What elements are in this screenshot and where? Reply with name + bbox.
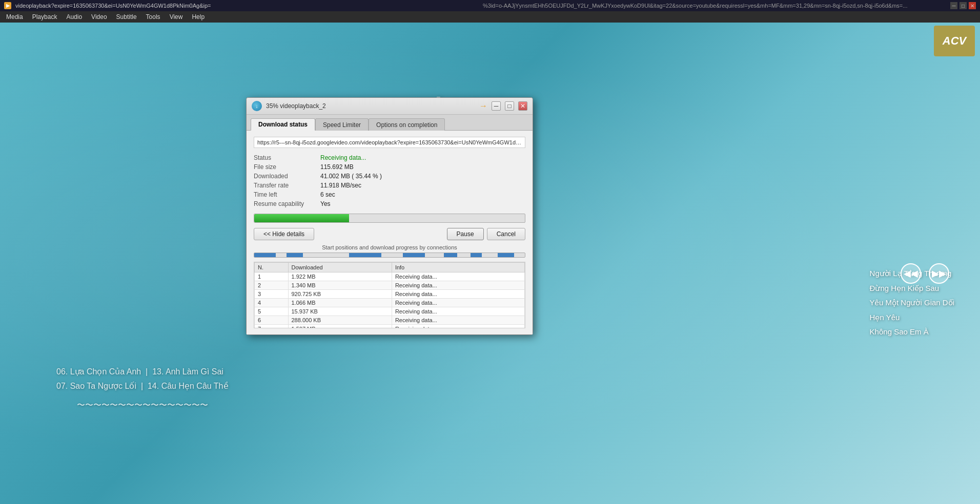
waveform-indicator: 〜〜〜〜〜〜〜〜〜〜〜〜〜〜〜〜 bbox=[56, 398, 229, 412]
download-table-scroll[interactable]: N. Downloaded Info 11.922 MBReceiving da… bbox=[254, 262, 525, 328]
table-row: 3920.725 KBReceiving data... bbox=[255, 290, 525, 299]
table-cell-downloaded-0: 1.922 MB bbox=[288, 272, 392, 281]
maximize-button[interactable]: □ bbox=[959, 2, 967, 9]
dialog-icon: ↓ bbox=[252, 101, 262, 111]
menu-audio[interactable]: Audio bbox=[62, 12, 86, 22]
table-cell-n-6: 7 bbox=[255, 325, 289, 329]
resume-value: Yes bbox=[320, 200, 331, 207]
url-bar: https://r5---sn-8qj-i5ozd.googlevideo.co… bbox=[254, 137, 525, 148]
menu-view[interactable]: View bbox=[166, 12, 187, 22]
table-cell-info-3: Receiving data... bbox=[392, 299, 524, 307]
title-bar-text-right: %3id=o-AAJjYynsmtEHh5OEUJFDd_Y2Lr_MwKJYx… bbox=[483, 3, 946, 9]
menu-media[interactable]: Media bbox=[2, 12, 27, 22]
dialog-minimize-button[interactable]: ─ bbox=[492, 101, 501, 111]
table-cell-info-5: Receiving data... bbox=[392, 316, 524, 325]
conn-seg-4 bbox=[403, 253, 424, 257]
progress-arrow-icon: → bbox=[479, 101, 487, 111]
conn-seg-3 bbox=[349, 253, 381, 257]
table-row: 11.922 MBReceiving data... bbox=[255, 272, 525, 281]
conn-seg-6 bbox=[471, 253, 481, 257]
download-dialog: ↓ 35% videoplayback_2 → ─ □ ✕ Download s… bbox=[246, 97, 533, 335]
menu-tools[interactable]: Tools bbox=[142, 12, 165, 22]
song-list-bottom: 06. Lựa Chọn Của Anh | 13. Anh Làm Gì Sa… bbox=[56, 365, 229, 412]
conn-seg-2 bbox=[287, 253, 303, 257]
right-song-3: Yêu Một Người Gian Dối bbox=[870, 296, 954, 310]
connections-bar bbox=[254, 253, 525, 258]
conn-seg-5 bbox=[444, 253, 457, 257]
dialog-titlebar: ↓ 35% videoplayback_2 → ─ □ ✕ bbox=[247, 98, 533, 115]
download-table: N. Downloaded Info 11.922 MBReceiving da… bbox=[254, 262, 525, 328]
hide-details-button[interactable]: << Hide details bbox=[254, 228, 314, 240]
table-cell-info-2: Receiving data... bbox=[392, 290, 524, 299]
conn-seg-1 bbox=[254, 253, 276, 257]
table-row: 71.507 MBReceiving data... bbox=[255, 325, 525, 329]
info-table: Status Receiving data... File size 115.6… bbox=[254, 153, 525, 208]
table-row: 6288.000 KBReceiving data... bbox=[255, 316, 525, 325]
table-row: 21.340 MBReceiving data... bbox=[255, 281, 525, 290]
dialog-title: 35% videoplayback_2 bbox=[266, 102, 475, 110]
progress-bar-container bbox=[254, 214, 525, 223]
menu-playback[interactable]: Playback bbox=[28, 12, 62, 22]
downloaded-label: Downloaded bbox=[254, 173, 320, 180]
cancel-button[interactable]: Cancel bbox=[487, 228, 525, 240]
conn-seg-7 bbox=[498, 253, 514, 257]
right-song-4: Hẹn Yêu bbox=[870, 310, 954, 325]
table-cell-info-6: Receiving data... bbox=[392, 325, 524, 329]
table-cell-info-0: Receiving data... bbox=[392, 272, 524, 281]
table-cell-info-1: Receiving data... bbox=[392, 281, 524, 290]
play-prev-button[interactable]: ◀◀ bbox=[901, 263, 921, 284]
progress-bar-fill bbox=[254, 214, 349, 222]
timeleft-label: Time left bbox=[254, 191, 320, 198]
pause-button[interactable]: Pause bbox=[447, 228, 484, 240]
dialog-actions: << Hide details Pause Cancel bbox=[254, 228, 525, 240]
close-button[interactable]: ✕ bbox=[969, 2, 976, 9]
timeleft-value: 6 sec bbox=[320, 191, 335, 198]
tab-download-status[interactable]: Download status bbox=[251, 118, 315, 131]
resume-label: Resume capability bbox=[254, 200, 320, 207]
downloaded-row: Downloaded 41.002 MB ( 35.44 % ) bbox=[254, 172, 525, 181]
tab-speed-limiter[interactable]: Speed Limiter bbox=[315, 118, 369, 131]
right-buttons: Pause Cancel bbox=[447, 228, 525, 240]
filesize-value: 115.692 MB bbox=[320, 163, 354, 171]
transfer-value: 11.918 MB/sec bbox=[320, 182, 361, 189]
song-item-6: 06. Lựa Chọn Của Anh | 13. Anh Làm Gì Sa… bbox=[56, 365, 229, 379]
acv-logo: ACV bbox=[934, 26, 975, 56]
menu-subtitle[interactable]: Subtitle bbox=[112, 12, 141, 22]
col-header-downloaded: Downloaded bbox=[288, 263, 392, 272]
menu-bar: Media Playback Audio Video Subtitle Tool… bbox=[0, 11, 980, 23]
resume-row: Resume capability Yes bbox=[254, 199, 525, 208]
table-cell-n-3: 4 bbox=[255, 299, 289, 307]
table-cell-downloaded-4: 15.937 KB bbox=[288, 307, 392, 316]
dialog-close-button[interactable]: ✕ bbox=[518, 101, 527, 111]
title-bar-text-left: videoplayback?expire=1635063730&ei=UsN0Y… bbox=[15, 3, 479, 9]
dialog-content: https://r5---sn-8qj-i5ozd.googlevideo.co… bbox=[247, 131, 533, 334]
downloaded-value: 41.002 MB ( 35.44 % ) bbox=[320, 173, 382, 180]
filesize-label: File size bbox=[254, 163, 320, 171]
right-song-5: Không Sao Em À bbox=[870, 325, 954, 340]
timeleft-row: Time left 6 sec bbox=[254, 190, 525, 199]
status-label: Status bbox=[254, 154, 320, 161]
table-cell-downloaded-1: 1.340 MB bbox=[288, 281, 392, 290]
dialog-maximize-button[interactable]: □ bbox=[505, 101, 514, 111]
tab-options-completion[interactable]: Options on completion bbox=[369, 118, 445, 131]
table-cell-n-0: 1 bbox=[255, 272, 289, 281]
transfer-label: Transfer rate bbox=[254, 182, 320, 189]
table-cell-downloaded-5: 288.000 KB bbox=[288, 316, 392, 325]
table-cell-info-4: Receiving data... bbox=[392, 307, 524, 316]
table-row: 515.937 KBReceiving data... bbox=[255, 307, 525, 316]
table-header-row: N. Downloaded Info bbox=[255, 263, 525, 272]
title-bar: ▶ videoplayback?expire=1635063730&ei=UsN… bbox=[0, 0, 980, 11]
col-header-info: Info bbox=[392, 263, 524, 272]
song-item-7: 07. Sao Ta Ngược Lối | 14. Câu Hẹn Câu T… bbox=[56, 379, 229, 393]
transfer-row: Transfer rate 11.918 MB/sec bbox=[254, 181, 525, 190]
menu-video[interactable]: Video bbox=[87, 12, 111, 22]
table-cell-downloaded-6: 1.507 MB bbox=[288, 325, 392, 329]
menu-help[interactable]: Help bbox=[188, 12, 209, 22]
minimize-button[interactable]: ─ bbox=[950, 2, 957, 9]
connections-label: Start positions and download progress by… bbox=[254, 244, 525, 250]
play-next-button[interactable]: ▶▶ bbox=[929, 263, 949, 284]
status-value: Receiving data... bbox=[320, 154, 366, 161]
app-icon: ▶ bbox=[4, 2, 11, 9]
status-row: Status Receiving data... bbox=[254, 153, 525, 162]
col-header-n: N. bbox=[255, 263, 289, 272]
